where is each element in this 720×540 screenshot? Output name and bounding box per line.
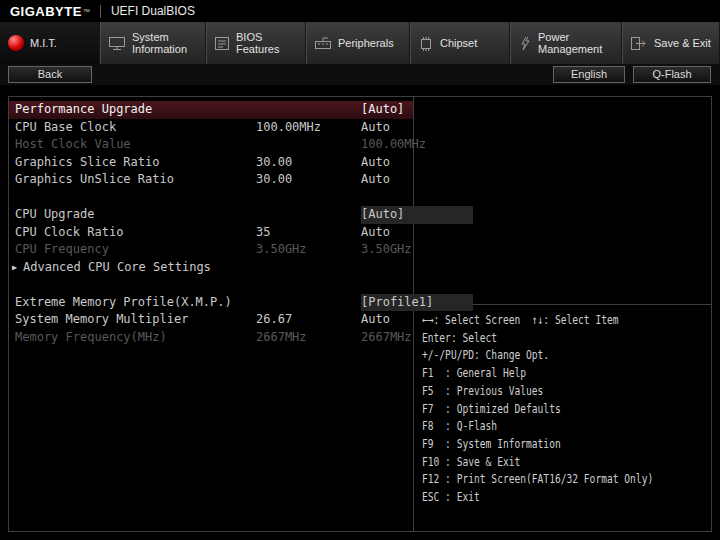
setting-row-advanced-cpu-core-settings[interactable]: ▶ Advanced CPU Core Settings	[9, 259, 413, 277]
tab-peripherals[interactable]: Peripherals	[306, 22, 410, 64]
red-sphere-icon	[8, 35, 24, 51]
submenu-arrow-icon: ▶	[12, 259, 17, 277]
tab-label: Power Management	[538, 31, 602, 55]
setting-value: [Auto]	[361, 101, 473, 119]
tab-label: Save & Exit	[654, 37, 711, 49]
help-line: ←→: Select Screen ↑↓: Select Item	[422, 312, 653, 330]
setting-row-graphics-unslice-ratio[interactable]: Graphics UnSlice Ratio 30.00 Auto	[9, 171, 413, 189]
language-button[interactable]: English	[553, 66, 625, 83]
setting-label: CPU Clock Ratio	[15, 224, 123, 242]
setting-value: Auto	[361, 119, 473, 137]
help-line: ESC : Exit	[422, 489, 653, 507]
setting-label: Host Clock Value	[15, 136, 131, 154]
setting-row-system-memory-multiplier[interactable]: System Memory Multiplier 26.67 Auto	[9, 311, 413, 329]
setting-value: [Profile1]	[361, 294, 473, 312]
settings-panel: Performance Upgrade [Auto] CPU Base Cloc…	[9, 97, 414, 531]
tab-label: System Information	[132, 31, 187, 55]
bios-screen: GIGABYTE ™ UEFI DualBIOS M.I.T. System I…	[0, 0, 720, 540]
setting-row-cpu-base-clock[interactable]: CPU Base Clock 100.00MHz Auto	[9, 119, 413, 137]
setting-value: Auto	[361, 224, 473, 242]
tab-label: Peripherals	[338, 37, 394, 49]
setting-label: CPU Frequency	[15, 241, 109, 259]
monitor-icon	[108, 36, 126, 51]
setting-label: Memory Frequency(MHz)	[15, 329, 167, 347]
qflash-button[interactable]: Q-Flash	[633, 66, 711, 83]
key-legend: ←→: Select Screen ↑↓: Select Item Enter:…	[414, 305, 711, 531]
power-icon	[518, 36, 532, 51]
setting-current: 100.00MHz	[256, 119, 321, 137]
help-line: Enter: Select	[422, 330, 653, 348]
titlebar-divider	[100, 5, 101, 18]
setting-label: CPU Upgrade	[15, 206, 94, 224]
setting-value: [Auto]	[361, 206, 473, 224]
setting-row-cpu-frequency: CPU Frequency 3.50GHz 3.50GHz	[9, 241, 413, 259]
tab-save-exit[interactable]: Save & Exit	[622, 22, 720, 64]
setting-value: 100.00MHz	[361, 136, 473, 154]
back-button[interactable]: Back	[8, 66, 92, 83]
help-line: F9 : System Information	[422, 436, 653, 454]
bios-list-icon	[214, 36, 230, 51]
help-line: F1 : General Help	[422, 365, 653, 383]
setting-label: Graphics Slice Ratio	[15, 154, 160, 172]
help-line: F10 : Save & Exit	[422, 454, 653, 472]
main-area: Performance Upgrade [Auto] CPU Base Cloc…	[8, 96, 712, 532]
setting-label: Graphics UnSlice Ratio	[15, 171, 174, 189]
app-title: UEFI DualBIOS	[111, 4, 195, 18]
setting-row-extreme-memory-profile[interactable]: Extreme Memory Profile(X.M.P.) [Profile1…	[9, 294, 413, 312]
help-line: F5 : Previous Values	[422, 383, 653, 401]
help-line: +/-/PU/PD: Change Opt.	[422, 347, 653, 365]
chipset-icon	[418, 36, 434, 51]
tab-label: BIOS Features	[236, 31, 279, 55]
tab-label: M.I.T.	[30, 37, 57, 49]
setting-current: 2667MHz	[256, 329, 307, 347]
tab-power-management[interactable]: Power Management	[510, 22, 622, 64]
gigabyte-logo: GIGABYTE	[10, 4, 82, 19]
row-spacer	[9, 276, 413, 294]
help-line: F12 : Print Screen(FAT16/32 Format Only)	[422, 471, 653, 489]
peripherals-icon	[314, 36, 332, 51]
setting-row-memory-frequency: Memory Frequency(MHz) 2667MHz 2667MHz	[9, 329, 413, 347]
tab-mit[interactable]: M.I.T.	[0, 22, 100, 64]
setting-current: 30.00	[256, 171, 292, 189]
tab-system-information[interactable]: System Information	[100, 22, 206, 64]
setting-row-host-clock-value: Host Clock Value 100.00MHz	[9, 136, 413, 154]
help-line: F7 : Optimized Defaults	[422, 401, 653, 419]
setting-label: CPU Base Clock	[15, 119, 116, 137]
setting-value: 3.50GHz	[361, 241, 473, 259]
titlebar: GIGABYTE ™ UEFI DualBIOS	[0, 0, 720, 22]
setting-row-cpu-upgrade[interactable]: CPU Upgrade [Auto]	[9, 206, 413, 224]
setting-label: Advanced CPU Core Settings	[23, 259, 211, 277]
setting-current: 35	[256, 224, 270, 242]
setting-row-graphics-slice-ratio[interactable]: Graphics Slice Ratio 30.00 Auto	[9, 154, 413, 172]
setting-label: Extreme Memory Profile(X.M.P.)	[15, 294, 232, 312]
help-line: F8 : Q-Flash	[422, 418, 653, 436]
setting-label: Performance Upgrade	[15, 101, 152, 119]
setting-current: 30.00	[256, 154, 292, 172]
save-exit-icon	[630, 36, 648, 51]
tab-chipset[interactable]: Chipset	[410, 22, 510, 64]
toolbar: Back English Q-Flash	[0, 64, 720, 85]
tab-bar: M.I.T. System Information	[0, 22, 720, 64]
setting-current: 3.50GHz	[256, 241, 307, 259]
tab-bios-features[interactable]: BIOS Features	[206, 22, 306, 64]
row-spacer	[9, 189, 413, 207]
setting-label: System Memory Multiplier	[15, 311, 188, 329]
setting-value: Auto	[361, 171, 473, 189]
setting-row-cpu-clock-ratio[interactable]: CPU Clock Ratio 35 Auto	[9, 224, 413, 242]
setting-row-performance-upgrade[interactable]: Performance Upgrade [Auto]	[9, 101, 413, 119]
trademark-mark: ™	[83, 8, 90, 15]
setting-value: Auto	[361, 154, 473, 172]
tab-label: Chipset	[440, 37, 477, 49]
setting-current: 26.67	[256, 311, 292, 329]
